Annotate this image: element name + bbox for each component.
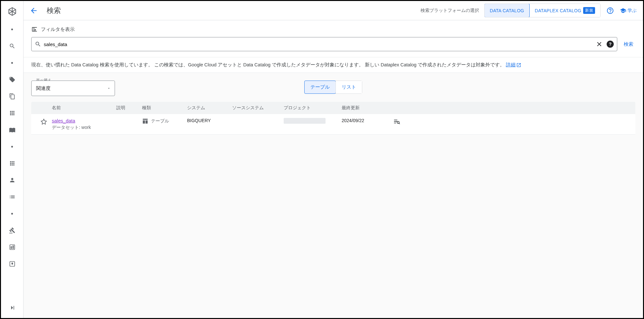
product-logo-icon[interactable] [6,6,18,18]
svg-point-4 [397,121,399,123]
topbar: 検索 検索プラットフォームの選択 DATA CATALOG DATAPLEX C… [24,1,643,20]
col-name: 名前 [52,105,116,111]
star-toggle-icon[interactable] [41,119,47,125]
nav-dot-icon[interactable]: • [6,23,19,36]
updated-cell: 2024/09/22 [342,118,393,123]
col-source-system: ソースシステム [232,105,284,111]
result-name-link[interactable]: sales_data [52,118,75,123]
svg-rect-0 [10,245,14,250]
sort-select[interactable]: 関連度 [31,81,115,96]
table-header: 名前 説明 種類 システム ソースシステム プロジェクト 最終更新 [31,102,635,114]
new-badge: 新規 [583,7,595,14]
project-redacted [284,118,326,124]
search-row: ? 検索 [24,37,643,57]
col-description: 説明 [116,105,142,111]
info-notice: 現在、使い慣れた Data Catalog 検索を使用しています。 この検索では… [24,57,643,73]
help-button[interactable] [604,5,616,16]
learn-link[interactable]: 学ぶ [620,7,637,14]
tab-data-catalog[interactable]: DATA CATALOG [484,4,530,17]
tab-dataplex-catalog[interactable]: DATAPLEX CATALOG 新規 [529,4,600,17]
notice-text: 現在、使い慣れた Data Catalog 検索を使用しています。 この検索では… [31,62,505,68]
nav-list-icon[interactable] [6,190,19,203]
table-row: sales_data データセット: work テーブル [31,114,635,135]
view-label: リスト [342,84,356,90]
nav-person-icon[interactable] [6,174,19,187]
search-input[interactable] [41,42,594,47]
view-label: テーブル [310,84,330,90]
search-box: ? [31,37,617,51]
filter-toggle[interactable]: フィルタを表示 [24,20,643,37]
col-system: システム [187,105,232,111]
platform-select-label: 検索プラットフォームの選択 [421,8,479,14]
learn-label: 学ぶ [628,8,637,14]
view-table-button[interactable]: テーブル [304,81,336,94]
sort-value: 関連度 [36,85,51,92]
nav-dot-icon[interactable]: • [6,140,19,153]
result-subtitle: データセット: work [52,125,116,130]
filter-panel-icon [31,26,38,33]
nav-dot-icon[interactable]: • [6,207,19,220]
svg-rect-2 [13,246,14,248]
show-filter-label: フィルタを表示 [41,26,75,33]
svg-rect-1 [11,247,12,248]
nav-copy-icon[interactable] [6,90,19,103]
main-content: 検索 検索プラットフォームの選択 DATA CATALOG DATAPLEX C… [24,1,643,318]
col-type: 種類 [142,105,187,111]
nav-dashboard-icon[interactable] [6,241,19,254]
nav-apps-icon[interactable] [6,107,19,120]
nav-apps2-icon[interactable] [6,157,19,170]
results-controls: 並べ替え 関連度 テーブル リスト [31,81,635,96]
nav-gavel-icon[interactable] [6,224,19,237]
nav-book-icon[interactable] [6,123,19,136]
clear-search-button[interactable] [594,41,605,48]
tab-label: DATA CATALOG [490,8,524,13]
nav-dot-icon[interactable]: • [6,56,19,69]
search-icon [35,41,41,47]
nav-search-icon[interactable] [6,40,19,53]
nav-location-icon[interactable] [6,257,19,270]
page-title: 検索 [47,6,61,15]
col-last-updated: 最終更新 [342,105,393,111]
link-label: 詳細 [506,62,516,68]
view-toggle: テーブル リスト [304,81,362,94]
left-navigation-rail: • • • • [1,1,24,318]
search-submit-button[interactable]: 検索 [622,41,635,47]
results-table: 名前 説明 種類 システム ソースシステム プロジェクト 最終更新 [31,102,635,135]
search-help-icon[interactable]: ? [607,41,614,48]
content-area: フィルタを表示 ? 検索 現在、使い慣れた Data Catalog 検索を使用… [24,20,643,318]
nav-tag-icon[interactable] [6,73,19,86]
dropdown-arrow-icon [107,86,111,90]
col-project: プロジェクト [284,105,342,111]
external-link-icon [516,63,521,68]
system-cell: BIGQUERY [187,118,232,123]
view-list-button[interactable]: リスト [336,81,362,93]
platform-tab-group: DATA CATALOG DATAPLEX CATALOG 新規 [484,4,601,17]
table-icon [142,118,148,124]
sort-control: 並べ替え 関連度 [31,81,115,96]
row-detail-icon[interactable] [393,118,409,125]
notice-details-link[interactable]: 詳細 [506,62,521,68]
results-area: 並べ替え 関連度 テーブル リスト [24,73,643,142]
type-label: テーブル [151,118,169,124]
back-button[interactable] [27,4,41,18]
type-cell: テーブル [142,118,187,124]
tab-label: DATAPLEX CATALOG [535,8,582,13]
nav-expand-icon[interactable] [6,301,19,314]
